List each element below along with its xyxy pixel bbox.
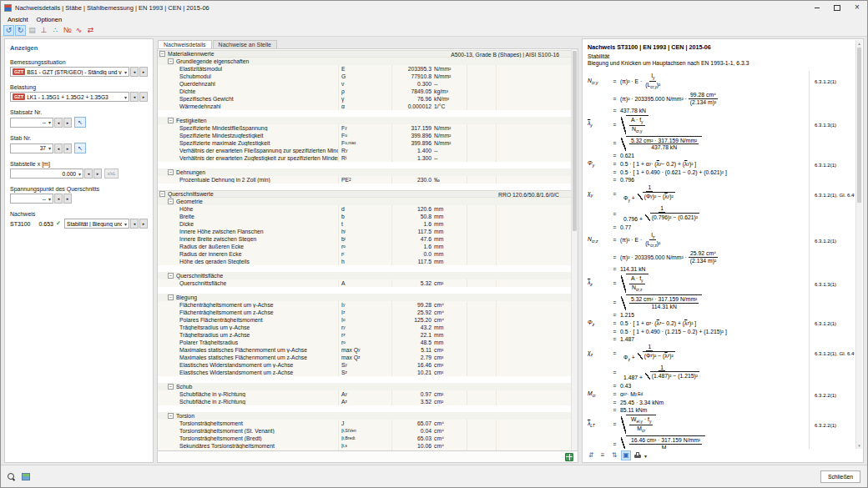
minimize-button[interactable] <box>807 1 827 14</box>
section-row[interactable]: Schub <box>158 383 571 390</box>
prev-location-button[interactable] <box>84 169 93 179</box>
table-row[interactable]: Sekundäres TorsionsträgheitsmomentIt,s10… <box>158 442 571 450</box>
table-row[interactable]: Verhältnis der erwarteten Zugfestigkeit … <box>158 154 571 162</box>
design-check-select[interactable]: Stabilität | Biegung und Knic... <box>64 219 129 229</box>
table-row[interactable]: Spezifizierte maximale ZugfestigkeitFu,m… <box>158 139 571 147</box>
result-diagram-icon[interactable]: ∿ <box>73 25 84 36</box>
table-row[interactable]: Polarer Trägheitsradiusro48.5mm <box>158 339 571 346</box>
table-scrollbar-thumb[interactable] <box>573 51 577 231</box>
next-design-check-button[interactable] <box>139 219 148 229</box>
section-tool-icon[interactable]: ⊥ <box>38 25 49 36</box>
table-row[interactable]: QuerschnittsflächeA5.32cm² <box>158 279 571 287</box>
table-row[interactable]: Querdehnzahlν0.300-- <box>158 80 571 88</box>
collapse-icon[interactable] <box>159 51 165 57</box>
collapse-icon[interactable] <box>168 294 174 300</box>
group-row[interactable]: QuerschnittswerteRRO 120.6/50.8/1.6/0/C <box>158 190 571 198</box>
table-row[interactable]: Innere Höhe zwischen Flanschenhi117.5mm <box>158 228 571 235</box>
table-row[interactable]: Verhältnis der erwarteten Fließspannung … <box>158 147 571 154</box>
table-row[interactable]: Höhed120.6mm <box>158 205 571 213</box>
table-row[interactable]: Maximales statisches Flächenmoment um y-… <box>158 346 571 354</box>
table-row[interactable]: SchubmodulG77910.8N/mm² <box>158 73 571 80</box>
loading-select[interactable]: GZT LK1 - 1.35G1 + 1.35G2 + 1.35G3 <box>10 92 129 102</box>
design-situation-select[interactable]: GZT BS1 - GZT (STR/GEO) - Ständig und vo… <box>10 67 129 77</box>
formula-scrollbar-thumb[interactable] <box>857 48 861 203</box>
prev-design-situation-button[interactable] <box>130 67 139 77</box>
formula-frame-icon[interactable]: ▣ <box>621 450 631 460</box>
section-row[interactable]: Biegung <box>158 294 571 301</box>
section-row[interactable]: Grundlegende eigenschaften <box>158 58 571 65</box>
member-set-select[interactable]: -- <box>10 118 53 128</box>
section-row[interactable]: Querschnittsfläche <box>158 272 571 279</box>
table-row[interactable]: Torsionsträgheitsmoment (St. Venant)It,S… <box>158 427 571 435</box>
table-row[interactable]: Elastisches Widerstandsmoment um z-Achse… <box>158 369 571 376</box>
rotate-view-icon[interactable]: ↺ <box>3 25 14 36</box>
colored-points-icon[interactable]: ∴ <box>50 25 61 36</box>
table-row[interactable]: Trägheitsradius um y-Achsery43.2mm <box>158 324 571 331</box>
close-window-icon[interactable] <box>847 1 867 14</box>
table-row[interactable]: Spezifisches Gewichtγ76.96kN/m³ <box>158 95 571 103</box>
collapse-icon[interactable] <box>168 384 174 390</box>
table-row[interactable]: Elastisches Widerstandsmoment um y-Achse… <box>158 361 571 369</box>
table-row[interactable]: Flächenträgheitsmoment um z-AchseIz25.92… <box>158 309 571 316</box>
pick-member-set-icon[interactable] <box>74 117 86 128</box>
stress-point-select[interactable]: -- <box>10 194 53 204</box>
table-row[interactable]: Spezifizierte MindestfließspannungFy317.… <box>158 124 571 132</box>
close-button[interactable]: Schließen <box>820 470 860 483</box>
collapse-icon[interactable] <box>168 58 174 64</box>
scroll-up-icon[interactable] <box>856 40 862 47</box>
table-row[interactable]: Trägheitsradius um z-Achserz22.1mm <box>158 331 571 339</box>
table-row[interactable]: Breiteb50.8mm <box>158 213 571 220</box>
table-row[interactable]: Polares FlächenträgheitsmomentIo125.20cm… <box>158 316 571 324</box>
list-icon[interactable]: ≡ <box>598 450 608 460</box>
table-row[interactable]: Schubfläche in y-RichtungAy0.97cm² <box>158 390 571 398</box>
collapse-icon[interactable] <box>168 169 174 175</box>
prev-member-set-button[interactable] <box>54 118 63 128</box>
table-row[interactable]: Innere Breite zwischen Stegenbi47.6mm <box>158 235 571 243</box>
next-location-button[interactable] <box>93 169 102 179</box>
prev-stress-point-button[interactable] <box>54 194 63 204</box>
relative-location-button[interactable]: x/xL <box>104 169 119 179</box>
table-row[interactable]: Höhe des geraden Stegteilsh117.5mm <box>158 258 571 265</box>
table-scrollbar[interactable] <box>571 49 578 450</box>
section-row[interactable]: Geometrie <box>158 198 571 205</box>
table-row[interactable]: Torsionsträgheitsmoment (Bredt)It,Bredt6… <box>158 435 571 442</box>
prev-design-check-button[interactable] <box>130 219 139 229</box>
find-icon[interactable] <box>8 473 15 480</box>
collapse-icon[interactable] <box>168 118 174 123</box>
table-row[interactable]: Maximales statisches Flächenmoment um z-… <box>158 354 571 361</box>
location-select[interactable]: 0.000 <box>10 169 83 179</box>
table-row[interactable]: Dicket1.6mm <box>158 220 571 228</box>
group-row[interactable]: MaterialkennwerteA500-13, Grade B (Shape… <box>158 50 571 58</box>
prev-loading-button[interactable] <box>130 92 139 102</box>
axes-icon[interactable]: ⇄ <box>85 25 96 36</box>
sort-values-icon[interactable]: ⇅ <box>609 450 619 460</box>
rotate-view-alt-icon[interactable]: ↻ <box>15 25 26 36</box>
maximize-button[interactable] <box>827 1 847 14</box>
collapse-icon[interactable] <box>168 413 174 419</box>
table-row[interactable]: Flächenträgheitsmoment um y-AchseIy99.28… <box>158 301 571 309</box>
member-select[interactable]: 37 <box>10 143 53 153</box>
next-stress-point-button[interactable] <box>63 194 72 204</box>
export-excel-icon[interactable] <box>565 453 573 461</box>
table-row[interactable]: Schubfläche in z-RichtungAz3.52cm² <box>158 398 571 405</box>
next-loading-button[interactable] <box>139 92 148 102</box>
tab-nachweisdetails[interactable]: Nachweisdetails <box>158 40 212 48</box>
prev-member-button[interactable] <box>54 143 63 153</box>
relations-icon[interactable]: ⇵ <box>586 450 596 460</box>
next-design-situation-button[interactable] <box>139 67 148 77</box>
table-row[interactable]: ElastizitätsmodulE203395.3N/mm² <box>158 65 571 73</box>
pick-member-icon[interactable] <box>74 143 86 153</box>
result-bars-icon[interactable]: ▤ <box>27 25 38 36</box>
section-row[interactable]: Festigkeiten <box>158 117 571 124</box>
table-row[interactable]: Widerstandsmoment für TorsionSt17.81cm³ <box>158 450 571 450</box>
print-button[interactable] <box>633 450 643 460</box>
next-member-set-button[interactable] <box>63 118 72 128</box>
table-row[interactable]: Radius der äußeren Eckero1.6mm <box>158 243 571 250</box>
menu-ansicht[interactable]: Ansicht <box>3 16 33 23</box>
section-row[interactable]: Dehnungen <box>158 169 571 176</box>
collapse-icon[interactable] <box>168 199 174 204</box>
table-row[interactable]: Wärmedehnzahlα0.0000121/°C <box>158 103 571 110</box>
scroll-down-icon[interactable] <box>856 442 862 449</box>
menu-optionen[interactable]: Optionen <box>33 16 66 23</box>
print-options-chevron-icon[interactable] <box>644 453 647 459</box>
